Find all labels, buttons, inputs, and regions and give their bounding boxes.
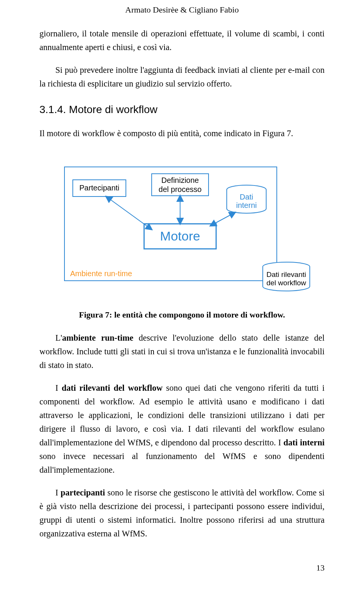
p5-a: I: [55, 488, 61, 497]
svg-line-8: [106, 197, 152, 230]
diagram-definition-l1: Definizione: [162, 176, 199, 184]
p4-d: dati interni: [283, 438, 325, 447]
figure-7: Ambiente run-time Partecipanti Definizio…: [49, 159, 315, 300]
section-title: Motore di workflow: [69, 104, 157, 115]
p4-c: sono quei dati che vengono riferiti da t…: [39, 383, 325, 447]
body-paragraph-1a: giornaliero, il totale mensile di operaz…: [39, 27, 325, 54]
p4-a: I: [55, 383, 62, 393]
section-heading: 3.1.4. Motore di workflow: [39, 101, 325, 118]
page-number: 13: [0, 550, 364, 582]
diagram-data-internal-l1: Dati: [240, 193, 253, 201]
diagram-data-internal-l2: interni: [236, 201, 257, 209]
body-paragraph-1b: Si può prevedere inoltre l'aggiunta di f…: [39, 63, 325, 91]
body-paragraph-3: L'ambiente run-time descrive l'evoluzion…: [39, 331, 325, 372]
diagram-runtime-label: Ambiente run-time: [70, 269, 132, 278]
section-number: 3.1.4.: [39, 104, 66, 115]
body-paragraph-5: I partecipanti sono le risorse che gesti…: [39, 486, 325, 541]
body-paragraph-4: I dati rilevanti del workflow sono quei …: [39, 381, 325, 477]
diagram-ext-data-l2: del workflow: [267, 279, 306, 287]
p4-e: sono invece necessari al funzionamento d…: [39, 451, 325, 475]
figure-caption: Figura 7: le entità che compongono il mo…: [0, 308, 364, 321]
page-header-authors: Armato Desirèe & Cigliano Fabio: [0, 0, 364, 27]
diagram-engine-label: Motore: [160, 229, 200, 243]
body-paragraph-2: Il motore di workflow è composto di più …: [39, 127, 325, 140]
diagram-participants-label: Partecipanti: [79, 184, 119, 192]
diagram-ext-data-l1: Dati rilevanti: [267, 270, 306, 278]
p4-b: dati rilevanti del workflow: [62, 383, 163, 393]
p5-b: partecipanti: [61, 488, 105, 497]
diagram-definition-l2: del processo: [158, 185, 201, 193]
workflow-diagram-svg: Ambiente run-time Partecipanti Definizio…: [49, 159, 315, 300]
svg-line-10: [210, 212, 235, 226]
p3-a: L': [55, 333, 62, 343]
p3-b: ambiente run-time: [62, 333, 133, 343]
